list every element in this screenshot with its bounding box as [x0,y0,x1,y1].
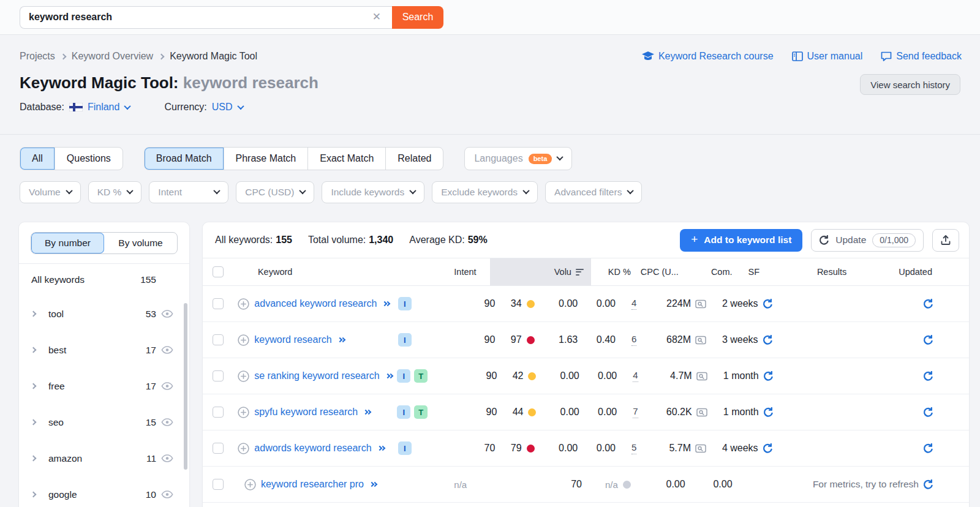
filter-exclude-keywords[interactable]: Exclude keywords [432,181,538,203]
match-tab-exact-match[interactable]: Exact Match [307,148,385,170]
sf-link[interactable]: 6 [631,334,636,346]
keyword-group-amazon[interactable]: amazon 11 [19,440,189,476]
serp-features-icon[interactable] [696,408,707,417]
column-com[interactable]: Com. [694,258,741,285]
eye-icon[interactable] [161,454,173,463]
sidebar-scrollbar[interactable] [184,303,187,470]
search-input[interactable] [20,6,392,29]
add-keyword-icon[interactable] [238,298,249,310]
match-tab-questions[interactable]: Questions [55,148,123,170]
eye-icon[interactable] [161,490,173,499]
refresh-icon[interactable] [763,371,774,381]
expand-keyword-icon[interactable] [383,302,390,306]
match-tab-phrase-match[interactable]: Phrase Match [224,148,308,170]
serp-features-icon[interactable] [695,299,706,309]
filter-volume[interactable]: Volume [20,181,81,203]
column-cpc[interactable]: CPC (U... [639,258,694,285]
database-selector[interactable]: Finland [88,102,130,113]
refresh-icon[interactable] [923,479,933,490]
column-kd[interactable]: KD % [591,258,639,285]
expand-keyword-icon[interactable] [338,338,345,342]
refresh-icon[interactable] [763,407,774,418]
refresh-icon[interactable] [763,335,773,345]
refresh-icon[interactable] [923,335,933,345]
match-tab-broad-match[interactable]: Broad Match [145,148,224,170]
sf-link[interactable]: 7 [633,406,638,418]
sf-link[interactable]: 4 [633,370,638,382]
column-updated[interactable]: Updated [853,258,969,285]
column-results[interactable]: Results [770,258,853,285]
row-checkbox[interactable] [213,479,224,490]
send-feedback-link[interactable]: Send feedback [881,51,962,62]
eye-icon[interactable] [161,381,173,391]
row-checkbox[interactable] [213,370,224,381]
breadcrumb-keyword-overview[interactable]: Keyword Overview [72,51,153,62]
serp-features-icon[interactable] [696,372,707,381]
row-checkbox[interactable] [213,443,224,454]
keyword-link[interactable]: advanced keyword research [254,298,377,309]
currency-selector[interactable]: USD [212,102,243,113]
keyword-link[interactable]: keyword research [254,334,331,345]
add-to-keyword-list-button[interactable]: + Add to keyword list [680,229,802,252]
clear-search-icon[interactable]: ✕ [372,11,381,23]
all-keywords-row[interactable]: All keywords 155 [19,264,189,296]
refresh-icon[interactable] [923,407,933,418]
row-checkbox[interactable] [213,334,224,345]
eye-icon[interactable] [161,345,173,355]
select-all-checkbox[interactable] [213,266,224,277]
refresh-icon[interactable] [763,299,773,309]
match-tab-all[interactable]: All [20,148,55,170]
keyword-link[interactable]: adwords keyword research [254,443,371,454]
filter-cpc-usd-[interactable]: CPC (USD) [236,181,314,203]
keyword-research-course-link[interactable]: Keyword Research course [642,51,774,62]
column-sf[interactable]: SF [741,258,771,285]
eye-icon[interactable] [161,418,173,427]
keyword-group-best[interactable]: best 17 [19,332,189,368]
filter-kd-[interactable]: KD % [88,181,142,203]
filter-intent[interactable]: Intent [149,181,228,203]
keyword-group-tool[interactable]: tool 53 [19,296,189,332]
sf-link[interactable]: 4 [631,298,636,310]
column-intent[interactable]: Intent [450,258,490,285]
column-keyword[interactable]: Keyword [239,258,450,285]
expand-keyword-icon[interactable] [378,446,385,450]
refresh-icon[interactable] [923,443,933,454]
serp-features-icon[interactable] [695,336,706,345]
row-checkbox[interactable] [213,407,224,418]
sf-link[interactable]: 5 [631,442,636,454]
refresh-icon[interactable] [923,299,933,309]
refresh-icon[interactable] [763,443,773,454]
refresh-icon[interactable] [923,371,933,381]
expand-keyword-icon[interactable] [364,410,371,414]
column-volume[interactable]: Volu [490,258,591,285]
add-keyword-icon[interactable] [238,334,249,346]
keyword-group-google[interactable]: google 10 [19,476,189,507]
filter-advanced-filters[interactable]: Advanced filters [545,181,642,203]
table-body: advanced keyword research I 90 34 0.00 0… [203,286,969,503]
languages-dropdown[interactable]: Languages beta [464,147,572,170]
expand-keyword-icon[interactable] [370,483,377,486]
sort-by-number-tab[interactable]: By number [31,233,104,254]
sort-by-volume-tab[interactable]: By volume [104,233,177,254]
view-search-history-button[interactable]: View search history [860,74,960,95]
keyword-group-seo[interactable]: seo 15 [19,404,189,440]
keyword-link[interactable]: se ranking keyword research [254,370,380,381]
add-keyword-icon[interactable] [238,370,249,382]
add-keyword-icon[interactable] [244,479,256,490]
serp-features-icon[interactable] [695,444,706,453]
export-button[interactable] [932,229,959,252]
update-button[interactable]: Update 0/1,000 [811,229,924,252]
filter-include-keywords[interactable]: Include keywords [322,181,424,203]
keyword-link[interactable]: keyword researcher pro [261,479,364,490]
expand-keyword-icon[interactable] [386,374,393,378]
add-keyword-icon[interactable] [238,443,249,454]
add-keyword-icon[interactable] [238,407,249,418]
keyword-group-free[interactable]: free 17 [19,368,189,404]
search-button[interactable]: Search [392,6,443,29]
keyword-link[interactable]: spyfu keyword research [254,407,358,418]
user-manual-link[interactable]: User manual [792,51,863,62]
breadcrumb-projects[interactable]: Projects [20,51,55,62]
row-checkbox[interactable] [213,298,224,309]
eye-icon[interactable] [161,309,173,318]
match-tab-related[interactable]: Related [385,148,443,170]
